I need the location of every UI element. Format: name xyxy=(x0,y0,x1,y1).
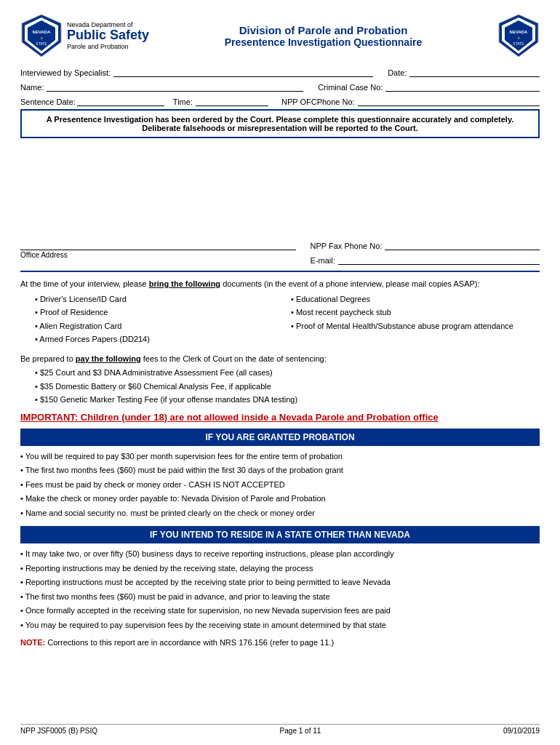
ccn-field[interactable] xyxy=(385,80,540,92)
time-field[interactable] xyxy=(196,95,268,106)
address-left: Office Address xyxy=(20,239,296,259)
sentence-field[interactable] xyxy=(77,95,164,106)
docs-col-1: • Driver's License/ID Card • Proof of Re… xyxy=(35,293,284,347)
email-field[interactable] xyxy=(338,253,540,265)
doc-item: • Educational Degrees xyxy=(291,293,540,306)
probation-header: IF YOU ARE GRANTED PROBATION xyxy=(20,429,540,446)
fees-list: • $25 Court and $3 DNA Administrative As… xyxy=(35,367,540,406)
blank-space xyxy=(20,144,540,239)
doc-item: • Driver's License/ID Card xyxy=(35,293,284,306)
doc-item: • Proof of Mental Health/Substance abuse… xyxy=(291,320,540,332)
important-line: IMPORTANT: Children (under 18) are not a… xyxy=(20,412,540,423)
other-state-bullet: • It may take two, or over fifty (50) bu… xyxy=(20,548,540,560)
fees-underline-text: pay the following xyxy=(76,354,141,363)
npp-field[interactable] xyxy=(358,95,540,106)
fees-intro-pre: Be prepared to xyxy=(20,354,73,363)
other-state-bullet: • The first two months fees ($60) must b… xyxy=(20,591,540,603)
nevada-shield-icon-right: NEVADA ★ STATE xyxy=(497,13,540,58)
bring-intro-text: At the time of your interview, please xyxy=(20,279,147,288)
doc-item: • Most recent paycheck stub xyxy=(291,306,540,319)
header: NEVADA ★ STATE Nevada Department of Publ… xyxy=(20,13,540,58)
bring-intro: At the time of your interview, please br… xyxy=(20,278,540,290)
fees-cont-text: fees to the Clerk of Court on the date o… xyxy=(143,354,327,363)
footer-center: Page 1 of 11 xyxy=(280,727,321,735)
bring-section: At the time of your interview, please br… xyxy=(20,278,540,347)
division-subtitle: Presentence Investigation Questionnaire xyxy=(156,36,490,48)
ccn-label: Criminal Case No: xyxy=(318,83,383,92)
interviewed-label: Interviewed by Specialist: xyxy=(20,68,111,77)
svg-text:NEVADA: NEVADA xyxy=(33,30,52,34)
address-section: Office Address NPP Fax Phone No: E-mail: xyxy=(20,239,540,265)
parole-sub-title: Parole and Probation xyxy=(67,43,149,50)
svg-text:STATE: STATE xyxy=(36,41,47,46)
logo-text: Nevada Department of Public Safety Parol… xyxy=(67,21,149,50)
time-label: Time: xyxy=(173,97,193,106)
date-label: Date: xyxy=(388,68,407,77)
fax-row: NPP Fax Phone No: xyxy=(311,239,540,250)
fax-label: NPP Fax Phone No: xyxy=(311,242,383,250)
fax-field[interactable] xyxy=(385,239,540,250)
email-row: E-mail: xyxy=(311,253,540,265)
sentence-label: Sentence Date: xyxy=(20,97,76,106)
footer: NPP JSF0005 (B) PSIQ Page 1 of 11 09/10/… xyxy=(20,724,540,735)
probation-bullets: • You will be required to pay $30 per mo… xyxy=(20,450,540,519)
doc-item: • Alien Registration Card xyxy=(35,320,284,332)
fee-item: • $35 Domestic Battery or $60 Chemical A… xyxy=(35,381,540,393)
probation-bullet: • Make the check or money order payable … xyxy=(20,493,540,505)
name-row: Name: Criminal Case No: xyxy=(20,80,540,92)
docs-columns: • Driver's License/ID Card • Proof of Re… xyxy=(35,293,540,347)
probation-bullet: • Name and social security no. must be p… xyxy=(20,507,540,519)
npp-label: NPP OFCPhone No: xyxy=(281,97,355,106)
important-text: IMPORTANT: Children (under 18) are not a… xyxy=(20,412,439,423)
docs-col-2: • Educational Degrees • Most recent payc… xyxy=(291,293,540,347)
doc-item: • Proof of Residence xyxy=(35,306,284,319)
other-state-bullet: • Reporting instructions must be accepte… xyxy=(20,576,540,589)
logo-left: NEVADA ★ STATE Nevada Department of Publ… xyxy=(20,13,149,58)
other-state-bullet: • You may be required to pay supervision… xyxy=(20,619,540,632)
bring-cont-text: documents (in the event of a phone inter… xyxy=(223,279,479,288)
probation-bullet: • Fees must be paid by check or money or… xyxy=(20,479,540,491)
warning-text: A Presentence Investigation has been ord… xyxy=(29,115,531,132)
nevada-shield-icon-left: NEVADA ★ STATE xyxy=(20,13,63,58)
public-safety-title: Public Safety xyxy=(67,28,149,43)
note-label: NOTE: xyxy=(20,638,45,647)
header-center: Division of Parole and Probation Present… xyxy=(149,24,497,48)
name-field[interactable] xyxy=(47,80,303,92)
svg-text:NEVADA: NEVADA xyxy=(510,30,529,34)
doc-item: • Armed Forces Papers (DD214) xyxy=(35,333,284,346)
blue-divider xyxy=(20,271,540,272)
warning-box: A Presentence Investigation has been ord… xyxy=(20,109,540,138)
probation-bullet: • The first two months fees ($60) must b… xyxy=(20,464,540,477)
page: NEVADA ★ STATE Nevada Department of Publ… xyxy=(0,0,560,745)
address-field[interactable] xyxy=(20,239,296,250)
other-state-header: IF YOU INTEND TO RESIDE IN A STATE OTHER… xyxy=(20,526,540,543)
footer-left: NPP JSF0005 (B) PSIQ xyxy=(20,727,97,735)
fees-section: Be prepared to pay the following fees to… xyxy=(20,353,540,406)
name-label: Name: xyxy=(20,83,44,92)
fee-item: • $150 Genetic Marker Testing Fee (if yo… xyxy=(35,394,540,406)
office-address-label: Office Address xyxy=(20,251,68,259)
note-text: Corrections to this report are in accord… xyxy=(47,638,334,647)
other-state-bullet: • Once formally accepted in the receivin… xyxy=(20,605,540,617)
interviewed-field[interactable] xyxy=(113,65,373,77)
bring-underline-text: bring the following xyxy=(149,279,220,288)
address-right: NPP Fax Phone No: E-mail: xyxy=(311,239,540,265)
probation-bullet: • You will be required to pay $30 per mo… xyxy=(20,450,540,463)
svg-text:STATE: STATE xyxy=(513,41,524,46)
other-state-bullets: • It may take two, or over fifty (50) bu… xyxy=(20,548,540,631)
sentence-row: Sentence Date: Time: NPP OFCPhone No: xyxy=(20,95,540,106)
footer-right: 09/10/2019 xyxy=(503,727,540,735)
division-title: Division of Parole and Probation xyxy=(156,24,490,36)
fee-item: • $25 Court and $3 DNA Administrative As… xyxy=(35,367,540,379)
other-state-bullet: • Reporting instructions may be denied b… xyxy=(20,562,540,575)
email-label: E-mail: xyxy=(311,256,335,265)
date-field[interactable] xyxy=(409,65,540,77)
interviewed-row: Interviewed by Specialist: Date: xyxy=(20,65,540,77)
note-section: NOTE: Corrections to this report are in … xyxy=(20,638,540,647)
fees-intro: Be prepared to pay the following fees to… xyxy=(20,353,540,365)
